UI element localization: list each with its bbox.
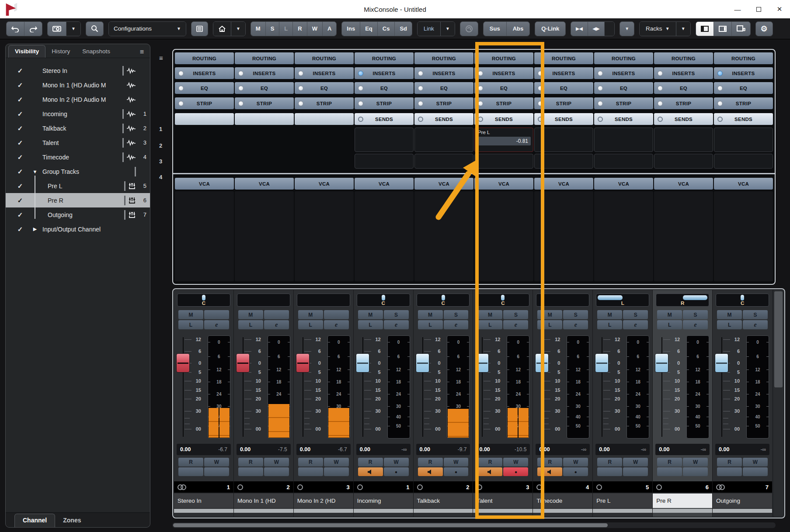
rack-eq-pre-r[interactable]: EQ	[654, 82, 713, 94]
collapse-triangle-icon[interactable]: ▼	[31, 169, 39, 174]
mute-button[interactable]: M	[178, 310, 203, 319]
rack-vca-pre-r[interactable]: VCA	[654, 178, 713, 190]
edit-channel-settings-button[interactable]: e	[503, 320, 528, 329]
blank-button[interactable]	[264, 467, 289, 476]
meter-peak-value[interactable]: -∞	[760, 446, 766, 453]
eq-led[interactable]	[418, 86, 423, 91]
write-automation-button[interactable]: W	[204, 458, 229, 466]
record-enable-button[interactable]: ●	[563, 467, 588, 476]
filter-listen-button[interactable]: L	[279, 22, 293, 36]
meter-peak-value[interactable]: -∞	[401, 446, 407, 453]
qlink-button[interactable]: Q-Link	[535, 22, 565, 36]
monitor-button[interactable]	[358, 467, 383, 476]
mute-button[interactable]: M	[418, 310, 443, 319]
rack-routing-talent[interactable]: ROUTING	[474, 52, 533, 64]
record-enable-button[interactable]: ●	[503, 467, 528, 476]
write-automation-button[interactable]: W	[264, 458, 289, 466]
eq-led[interactable]	[298, 86, 303, 91]
bypass-strip-button[interactable]: Cs	[378, 22, 395, 36]
blank-button[interactable]	[264, 310, 289, 319]
mute-button[interactable]: M	[238, 310, 263, 319]
strip-led[interactable]	[298, 101, 303, 106]
channel-name[interactable]: Mono In 1 (HD	[234, 494, 293, 508]
link-dropdown[interactable]: ▼	[441, 22, 455, 36]
strip-led[interactable]	[238, 101, 244, 106]
meter-peak-value[interactable]: -6.7	[338, 446, 347, 453]
fader-gain-value[interactable]: 0.00	[719, 446, 729, 453]
read-automation-button[interactable]: R	[238, 458, 263, 466]
send-slot-empty[interactable]	[355, 154, 414, 169]
read-automation-button[interactable]: R	[418, 458, 443, 466]
rack-vca-talkback[interactable]: VCA	[414, 178, 473, 190]
tab-visibility[interactable]: Visibility	[8, 45, 45, 58]
monitor-button[interactable]	[477, 467, 502, 476]
solo-button[interactable]: S	[444, 310, 469, 319]
fader-gain-value[interactable]: 0.00	[659, 446, 669, 453]
visibility-checkmark-icon[interactable]: ✓	[14, 124, 27, 132]
send-slot-empty[interactable]	[654, 154, 713, 169]
channel-list-item-mono-in-1-hd-audio-m[interactable]: ✓Mono In 1 (HD Audio M	[6, 78, 150, 92]
read-automation-button[interactable]: R	[358, 458, 383, 466]
rack-sends-pre-r[interactable]: SENDS	[654, 113, 713, 125]
filter-solo-button[interactable]: S	[266, 22, 280, 36]
rack-routing-stereo-in[interactable]: ROUTING	[175, 52, 234, 64]
search-button[interactable]	[86, 22, 103, 36]
visibility-checkmark-icon[interactable]: ✓	[14, 168, 27, 176]
write-automation-button[interactable]: W	[503, 458, 528, 466]
blank-button[interactable]	[238, 467, 263, 476]
filter-automation-button[interactable]: A	[323, 22, 336, 36]
fader-vertical-scrollbar[interactable]	[773, 290, 783, 517]
sends-led[interactable]	[418, 117, 423, 122]
fader-gain-value[interactable]: 0.00	[300, 446, 310, 453]
rack-routing-talkback[interactable]: ROUTING	[414, 52, 473, 64]
pan-control[interactable]: C	[357, 294, 410, 307]
monitor-button[interactable]	[418, 467, 443, 476]
mute-button[interactable]: M	[597, 310, 622, 319]
solo-button[interactable]: S	[563, 310, 588, 319]
right-zone-toggle[interactable]	[714, 22, 732, 36]
read-automation-button[interactable]: R	[477, 458, 502, 466]
meter-peak-value[interactable]: -∞	[701, 446, 706, 453]
channel-list-item-input-output-channel[interactable]: ✓▶Input/Output Channel	[6, 222, 150, 236]
channel-list-item-mono-in-2-hd-audio-m[interactable]: ✓Mono In 2 (HD Audio M	[6, 92, 150, 107]
edit-channel-settings-button[interactable]: e	[264, 320, 289, 329]
inserts-led[interactable]	[298, 71, 303, 76]
channel-name[interactable]: Pre L	[593, 494, 652, 508]
bypass-eq-button[interactable]: Eq	[360, 22, 378, 36]
rack-eq-mono-in-1-hd[interactable]: EQ	[235, 82, 294, 94]
channel-list-item-talkback[interactable]: ✓Talkback2	[6, 121, 150, 135]
strip-led[interactable]	[478, 101, 483, 106]
channel-name[interactable]: Incoming	[354, 494, 413, 508]
rack-sends-timecode[interactable]: SENDS	[534, 113, 593, 125]
visibility-checkmark-icon[interactable]: ✓	[14, 211, 27, 219]
fader-handle[interactable]	[176, 353, 190, 373]
blank-button[interactable]	[657, 467, 682, 476]
fader-handle[interactable]	[475, 353, 489, 373]
send-slot-empty[interactable]	[414, 128, 473, 152]
visibility-checkmark-icon[interactable]: ✓	[14, 67, 27, 75]
racks-dropdown[interactable]: Racks ▼	[640, 22, 676, 36]
read-automation-button[interactable]: R	[657, 458, 682, 466]
channel-color-strip[interactable]	[593, 509, 652, 513]
rack-eq-incoming[interactable]: EQ	[355, 82, 414, 94]
pan-control[interactable]: R	[656, 294, 709, 307]
pan-control[interactable]	[536, 294, 589, 307]
channel-name[interactable]: Mono In 2 (HD	[294, 494, 353, 508]
rack-vca-talent[interactable]: VCA	[474, 178, 533, 190]
blank-button[interactable]	[717, 467, 742, 476]
inserts-led[interactable]	[178, 71, 184, 76]
rack-sends-outgoing[interactable]: SENDS	[714, 113, 773, 125]
rack-sends-mono-in-1-hd[interactable]	[235, 113, 294, 125]
sends-led[interactable]	[717, 117, 723, 122]
write-automation-button[interactable]: W	[743, 458, 768, 466]
listen-button[interactable]: L	[597, 320, 622, 329]
record-enable-button[interactable]: ●	[444, 467, 469, 476]
bypass-sends-button[interactable]: Sd	[395, 22, 412, 36]
rack-vca-outgoing[interactable]: VCA	[714, 178, 773, 190]
rack-strip-pre-l[interactable]: STRIP	[594, 97, 653, 109]
eq-led[interactable]	[717, 86, 723, 91]
channel-list-item-group-tracks[interactable]: ✓▼Group Tracks	[6, 164, 150, 179]
meter-peak-value[interactable]: -6.7	[218, 446, 227, 453]
rack-strip-mono-in-1-hd[interactable]: STRIP	[235, 97, 294, 109]
eq-led[interactable]	[178, 86, 184, 91]
